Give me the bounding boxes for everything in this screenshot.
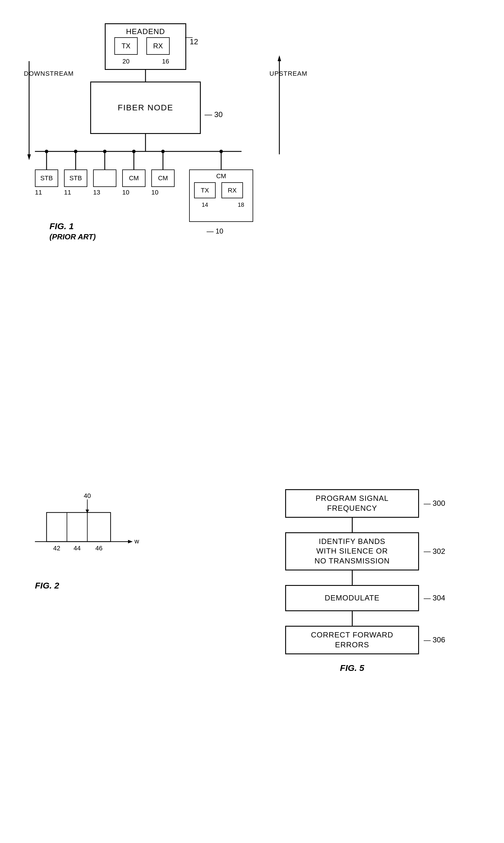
device-stb1: STB 11	[35, 170, 58, 196]
flowchart: PROGRAM SIGNAL FREQUENCY 300 — IDENTIFY …	[250, 489, 454, 654]
flow-item-4: CORRECT FORWARD ERRORS 306 —	[285, 626, 419, 654]
svg-text:w: w	[134, 538, 139, 545]
headend-label: HEADEND	[106, 27, 185, 36]
fig1-caption: FIG. 1 (PRIOR ART)	[50, 221, 96, 241]
stb1-box: STB	[35, 170, 58, 187]
headend-ref-20: 20	[114, 58, 138, 65]
flow-arrow-2	[352, 570, 353, 585]
flow-ref-304-dash: —	[424, 594, 431, 602]
page: HEADEND TX RX 20 16 12 — FIBER NODE — 30…	[0, 0, 504, 843]
cm-ref-18: 18	[230, 201, 252, 208]
stb2-box: STB	[64, 170, 87, 187]
svg-text:46: 46	[95, 545, 103, 552]
cm-expanded-label: CM	[190, 172, 253, 180]
ref-30-label: — 30	[204, 110, 222, 119]
stb2-ref: 11	[64, 189, 87, 196]
fig2-container: 40 w 42 44 46 FIG. 2	[29, 489, 175, 591]
flow-item-3: DEMODULATE 304 —	[285, 585, 419, 611]
flow-ref-300-dash: —	[424, 499, 431, 508]
flow-ref-302-dash: —	[424, 547, 431, 555]
upstream-label: UPSTREAM	[269, 70, 307, 77]
fig2-svg: 40 w 42 44 46	[29, 489, 145, 577]
cm1-box: CM	[122, 170, 145, 187]
device-cm2: CM 10	[151, 170, 175, 196]
flow-box-3: DEMODULATE	[285, 585, 419, 611]
flow-ref-304: 304	[433, 594, 445, 602]
cm-rx-box: RX	[221, 182, 243, 198]
fig2-caption: FIG. 2	[29, 581, 175, 591]
svg-text:42: 42	[53, 545, 60, 552]
flow-ref-306-dash: —	[424, 636, 431, 644]
device-stb2: STB 11	[64, 170, 87, 196]
svg-text:40: 40	[84, 492, 91, 499]
fiber-node-box: FIBER NODE	[90, 82, 201, 134]
empty-ref: 13	[93, 189, 116, 196]
cm2-ref: 10	[151, 189, 175, 196]
cm-expanded-sub-labels: 14 18	[194, 201, 252, 208]
device-empty: 13	[93, 170, 116, 196]
empty-box	[93, 170, 116, 187]
headend-ref-16: 16	[154, 58, 177, 65]
cm2-box: CM	[151, 170, 175, 187]
svg-marker-26	[128, 540, 133, 543]
fiber-node-label: FIBER NODE	[118, 103, 173, 112]
svg-marker-16	[28, 154, 31, 160]
headend-sub-labels: 20 16	[114, 58, 177, 65]
flow-box-4: CORRECT FORWARD ERRORS	[285, 626, 419, 654]
svg-point-3	[45, 150, 48, 153]
svg-text:44: 44	[74, 545, 80, 552]
headend-rx-box: RX	[146, 37, 170, 55]
flow-item-2: IDENTIFY BANDS WITH SILENCE OR NO TRANSM…	[285, 532, 419, 570]
svg-point-8	[219, 150, 223, 153]
svg-point-7	[161, 150, 165, 153]
cm-expanded-inner: TX RX	[194, 182, 243, 198]
svg-point-6	[132, 150, 136, 153]
flow-arrow-1	[352, 518, 353, 532]
fig1-caption-text: FIG. 1	[50, 221, 96, 231]
svg-marker-18	[277, 55, 281, 61]
flow-item-1: PROGRAM SIGNAL FREQUENCY 300 —	[285, 489, 419, 518]
flow-box-1: PROGRAM SIGNAL FREQUENCY	[285, 489, 419, 518]
svg-point-5	[103, 150, 107, 153]
downstream-label: DOWNSTREAM	[24, 70, 74, 77]
cm-ref-14: 14	[194, 201, 216, 208]
device-cm1: CM 10	[122, 170, 145, 196]
fig5-container: PROGRAM SIGNAL FREQUENCY 300 — IDENTIFY …	[250, 489, 454, 673]
flow-ref-306: 306	[433, 635, 445, 645]
flow-ref-300: 300	[433, 499, 445, 508]
headend-tx-box: TX	[114, 37, 138, 55]
fig1-subcaption: (PRIOR ART)	[50, 232, 96, 241]
flow-box-2: IDENTIFY BANDS WITH SILENCE OR NO TRANSM…	[285, 532, 419, 570]
cm1-ref: 10	[122, 189, 145, 196]
flow-ref-302: 302	[433, 547, 445, 556]
headend-inner: TX RX	[114, 37, 170, 55]
flow-arrow-3	[352, 611, 353, 626]
svg-rect-22	[47, 512, 111, 542]
fig5-caption: FIG. 5	[250, 663, 454, 673]
cm-expanded-ref10: — 10	[206, 227, 223, 235]
cm-expanded-box: CM TX RX 14 18	[189, 170, 253, 222]
stb1-ref: 11	[35, 189, 58, 196]
svg-point-4	[74, 150, 77, 153]
ref-12-dash: —	[185, 33, 193, 42]
cm-tx-box: TX	[194, 182, 216, 198]
headend-box: HEADEND TX RX 20 16	[105, 23, 186, 70]
